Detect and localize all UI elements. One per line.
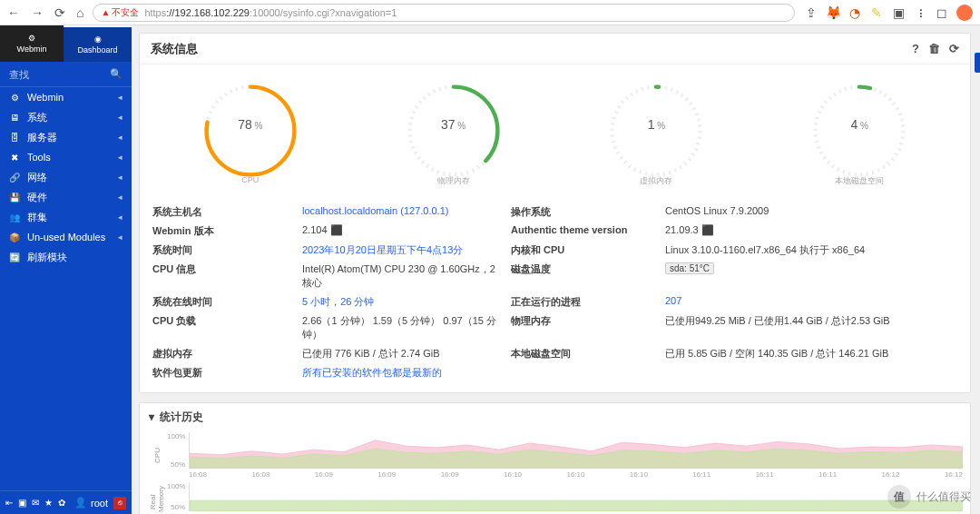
gauge-value: 1 % xyxy=(648,117,665,132)
xtick: 16:09 xyxy=(315,470,333,479)
share-icon[interactable]: ⇪ xyxy=(804,5,818,20)
browser-toolbar: ← → ⟳ ⌂ ▲ 不安全 https://192.168.102.229:10… xyxy=(0,0,980,25)
temp-badge: sda: 51°C xyxy=(665,262,714,274)
sidebar-item-4[interactable]: 🔗 网络 ◂ xyxy=(0,167,132,187)
chevron-right-icon: ◂ xyxy=(118,133,122,142)
info-value: Intel(R) Atom(TM) CPU 230 @ 1.60GHz，2 核心 xyxy=(302,262,502,290)
chart-Real Memory: Real Memory 100%50% 16:0816:0916:0916:09… xyxy=(140,480,970,514)
info-value: 已用 5.85 GiB / 空闲 140.35 GiB / 总计 146.21 … xyxy=(665,347,957,361)
info-key: Webmin 版本 xyxy=(152,224,293,238)
info-key: 软件包更新 xyxy=(152,366,293,380)
trash-icon[interactable]: 🗑 xyxy=(928,42,940,55)
xtick: 16:12 xyxy=(945,470,963,479)
collapse-icon[interactable]: ⇤ xyxy=(5,498,13,508)
info-value: 已使用 776 KiB / 总计 2.74 GiB xyxy=(302,347,502,361)
url-scheme: https xyxy=(144,7,166,18)
dashboard-label: Dashboard xyxy=(77,45,117,54)
user-badge[interactable]: 👤 root xyxy=(74,497,108,509)
xtick: 16:10 xyxy=(630,470,648,479)
reload-icon[interactable]: ⟳ xyxy=(54,5,65,20)
ytick: 50% xyxy=(167,460,185,469)
home-icon[interactable]: ⌂ xyxy=(76,5,83,20)
menu-icon: ✖ xyxy=(9,153,20,163)
gauge-label: 本地磁盘空间 xyxy=(835,175,884,187)
url-path: :10000/sysinfo.cgi?xnavigation=1 xyxy=(250,7,397,18)
info-key: 虚拟内存 xyxy=(152,347,293,361)
sidebar-item-7[interactable]: 📦 Un-used Modules ◂ xyxy=(0,227,132,247)
ext1-icon[interactable]: 🦊 xyxy=(826,5,840,20)
gear-icon[interactable]: ✿ xyxy=(58,498,65,508)
stats-panel: ▾ 统计历史 CPU 100%50% 16:0816:0816:0916:091… xyxy=(139,402,971,514)
sidebar-bottom-bar: ⇤ ▣ ✉ ★ ✿ 👤 root ⎋ xyxy=(0,490,132,514)
star-icon[interactable]: ★ xyxy=(44,498,53,508)
menu-icon: ⚙ xyxy=(9,93,20,103)
sidebar-item-1[interactable]: 🖥 系统 ◂ xyxy=(0,107,132,127)
info-value[interactable]: 5 小时，26 分钟 xyxy=(302,295,502,309)
info-value[interactable]: 所有已安装的软件包都是最新的 xyxy=(302,366,502,380)
sidebar-item-5[interactable]: 💾 硬件 ◂ xyxy=(0,187,132,207)
stats-toggle[interactable]: ▾ 统计历史 xyxy=(140,403,970,430)
ytick: 100% xyxy=(167,432,185,440)
sidebar-item-8[interactable]: 🔄 刷新模块 xyxy=(0,247,132,267)
webmin-icon: ⚙ xyxy=(28,34,35,43)
overflow-icon[interactable]: ⫶ xyxy=(913,5,927,20)
side-drawer-tab[interactable] xyxy=(975,53,980,73)
sidebar-item-2[interactable]: 🗄 服务器 ◂ xyxy=(0,127,132,147)
chevron-right-icon: ◂ xyxy=(118,153,122,162)
profile-avatar[interactable] xyxy=(956,5,973,21)
extensions-icon[interactable]: ▣ xyxy=(891,5,906,20)
xtick: 16:10 xyxy=(566,470,584,479)
window-icon[interactable]: ◻ xyxy=(935,5,949,20)
chevron-right-icon: ◂ xyxy=(118,232,122,242)
info-value[interactable]: 207 xyxy=(665,295,957,309)
sysinfo-panel: 系统信息 ? 🗑 ⟳ 78 % CPU 37 % 物理内存 1 % 虚拟内存 xyxy=(139,33,971,393)
gauge-value: 37 % xyxy=(441,117,466,132)
info-value[interactable]: 2023年10月20日星期五下午4点13分 xyxy=(302,243,502,257)
back-icon[interactable]: ← xyxy=(7,5,20,20)
refresh-icon[interactable]: ⟳ xyxy=(949,42,959,55)
ext2-icon[interactable]: ◔ xyxy=(848,5,862,20)
chevron-right-icon: ◂ xyxy=(118,93,122,102)
watermark-text: 什么值得买 xyxy=(916,489,971,505)
gauge-value: 78 % xyxy=(238,117,262,132)
mail-icon[interactable]: ✉ xyxy=(32,498,39,508)
gauge-本地磁盘空间[interactable]: 4 % 本地磁盘空间 xyxy=(778,81,941,187)
forward-icon[interactable]: → xyxy=(31,5,44,20)
info-key: 操作系统 xyxy=(511,205,656,219)
sidebar-item-0[interactable]: ⚙ Webmin ◂ xyxy=(0,87,132,107)
watermark-icon: 值 xyxy=(887,485,911,509)
webmin-logo[interactable]: ⚙ Webmin xyxy=(0,25,64,62)
info-value: 21.09.3 ⬛ xyxy=(665,224,957,238)
info-value[interactable]: localhost.localdomain (127.0.0.1) xyxy=(302,205,502,219)
info-key: 物理内存 xyxy=(511,314,656,341)
xtick: 16:11 xyxy=(692,470,710,479)
sidebar-item-6[interactable]: 👥 群集 ◂ xyxy=(0,207,132,227)
gauge-CPU[interactable]: 78 % CPU xyxy=(169,81,332,187)
xtick: 16:10 xyxy=(504,470,522,479)
dashboard-tab[interactable]: ◉ Dashboard xyxy=(64,25,132,62)
logout-button[interactable]: ⎋ xyxy=(113,497,126,509)
terminal-icon[interactable]: ▣ xyxy=(18,498,26,508)
ext3-icon[interactable]: ✎ xyxy=(869,5,884,20)
user-icon: 👤 xyxy=(74,497,87,509)
menu-label: 系统 xyxy=(27,111,111,124)
user-name: root xyxy=(91,498,108,509)
chevron-right-icon: ◂ xyxy=(118,173,122,182)
watermark: 值 什么值得买 xyxy=(887,485,971,509)
gauge-虚拟内存[interactable]: 1 % 虚拟内存 xyxy=(574,81,738,187)
info-key: CPU 信息 xyxy=(152,262,293,290)
address-bar[interactable]: ▲ 不安全 https://192.168.102.229:10000/sysi… xyxy=(93,4,795,22)
xtick: 16:09 xyxy=(377,470,396,479)
chevron-right-icon: ◂ xyxy=(118,193,122,202)
xtick: 16:08 xyxy=(251,470,270,479)
gauge-物理内存[interactable]: 37 % 物理内存 xyxy=(372,81,535,187)
menu-label: Webmin xyxy=(27,92,111,103)
sidebar-item-3[interactable]: ✖ Tools ◂ xyxy=(0,147,132,167)
menu-label: Un-used Modules xyxy=(27,232,111,242)
dashboard-icon: ◉ xyxy=(94,35,102,44)
search-icon[interactable]: 🔍 xyxy=(110,68,122,80)
search-input[interactable] xyxy=(9,69,82,80)
info-key: 磁盘温度 xyxy=(511,262,656,290)
help-icon[interactable]: ? xyxy=(912,42,919,55)
menu-icon: 🖥 xyxy=(9,113,20,123)
